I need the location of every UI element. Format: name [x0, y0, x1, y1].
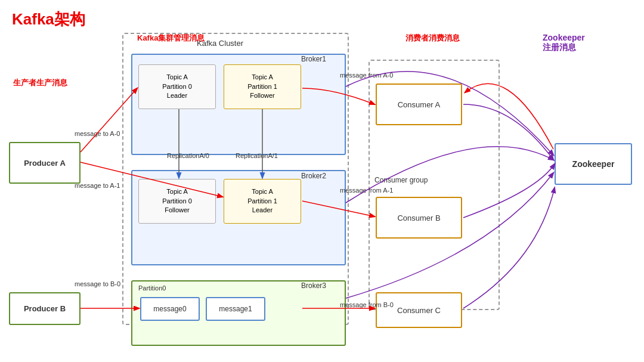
- consumer-section-label: 消费者消费消息: [405, 33, 460, 44]
- msg-from-b0-label: message from B-0: [340, 301, 394, 308]
- message0-box: message0: [140, 297, 200, 321]
- page-title: Kafka架构: [12, 9, 85, 30]
- consumer-b-box: Consumer B: [376, 197, 462, 239]
- msg-from-a1-label: message from A-1: [340, 187, 393, 194]
- topic-a-p1-leader: Topic A Partition 1 Leader: [224, 179, 301, 224]
- msg-to-b0-label: message to B-0: [75, 280, 120, 287]
- producer-a-box: Producer A: [9, 142, 80, 184]
- replication-a1-label: ReplicationA/1: [236, 152, 278, 159]
- broker2-label: Broker2: [301, 172, 326, 180]
- msg-to-a1-label: message to A-1: [75, 182, 120, 189]
- topic-a-p0-leader: Topic A Partition 0 Leader: [138, 64, 216, 109]
- topic-a-p1-follower: Topic A Partition 1 Follower: [224, 64, 301, 109]
- msg-to-a0-label: message to A-0: [75, 130, 120, 137]
- consumer-c-box: Consumer C: [376, 292, 462, 328]
- consumer-a-box: Consumer A: [376, 83, 462, 125]
- producer-b-box: Producer B: [9, 292, 80, 325]
- consumer-group-label: Consumer group: [374, 176, 428, 184]
- msg-from-a0-label: message from A-0: [340, 72, 393, 79]
- broker1-label: Broker1: [301, 55, 326, 63]
- replication-a0-label: ReplicationA/0: [167, 152, 209, 159]
- topic-a-p0-follower: Topic A Partition 0 Follower: [138, 179, 216, 224]
- broker3-label: Broker3: [301, 281, 326, 290]
- partition0-label: Partition0: [138, 284, 166, 292]
- zookeeper-box: Zookeeper: [555, 143, 632, 185]
- message1-box: message1: [206, 297, 265, 321]
- zookeeper-section-label: Zookeeper 注册消息: [543, 33, 585, 53]
- producer-section-label: 生产者生产消息: [13, 78, 67, 88]
